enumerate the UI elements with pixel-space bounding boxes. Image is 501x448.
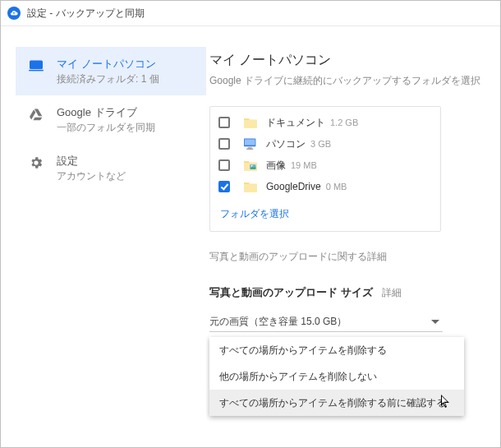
folder-row[interactable]: 画像 19 MB	[210, 155, 440, 176]
svg-point-6	[251, 165, 253, 167]
folder-size: 19 MB	[291, 160, 317, 170]
page-subtitle: Google ドライブに継続的にバックアップするフォルダを選択	[209, 74, 500, 88]
menu-item-remove-everywhere[interactable]: すべての場所からアイテムを削除する	[209, 337, 464, 363]
folder-size: 0 MB	[326, 182, 347, 192]
folder-row[interactable]: ドキュメント 1.2 GB	[210, 112, 440, 133]
folder-row[interactable]: GoogleDrive 0 MB	[210, 176, 440, 197]
folder-row[interactable]: パソコン 3 GB	[210, 133, 440, 155]
svg-rect-0	[30, 61, 42, 68]
menu-item-ask-before-remove[interactable]: すべての場所からアイテムを削除する前に確認する	[209, 390, 464, 416]
folder-size: 3 GB	[310, 139, 331, 149]
sidebar-item-subtitle: アカウントなど	[57, 169, 126, 182]
sidebar-item-title: Google ドライブ	[57, 105, 155, 119]
checkbox[interactable]	[218, 117, 230, 128]
window-title: 設定 - バックアップと同期	[27, 7, 145, 21]
window-body: マイ ノートパソコン 接続済みフォルダ: 1 個 Google ドライブ 一部の…	[16, 47, 500, 447]
gear-icon	[27, 155, 45, 170]
sidebar-item-title: 設定	[57, 154, 126, 168]
folder-name: パソコン	[266, 137, 306, 151]
folder-doc-icon	[241, 115, 260, 130]
folder-pic-icon	[241, 158, 260, 173]
choose-folder-link[interactable]: フォルダを選択	[220, 208, 289, 219]
sidebar: マイ ノートパソコン 接続済みフォルダ: 1 個 Google ドライブ 一部の…	[16, 47, 206, 447]
page-title: マイ ノートパソコン	[209, 52, 500, 69]
checkbox[interactable]	[218, 159, 230, 171]
upload-size-label: 写真と動画のアップロード サイズ	[209, 286, 373, 298]
folder-list: ドキュメント 1.2 GB パソコン 3 GB 画像	[209, 106, 441, 232]
main-panel: マイ ノートパソコン Google ドライブに継続的にバックアップするフォルダを…	[206, 47, 500, 447]
folder-name: 画像	[266, 159, 286, 173]
sidebar-item-title: マイ ノートパソコン	[57, 57, 159, 71]
cloud-app-icon	[7, 7, 21, 20]
folder-size: 1.2 GB	[330, 118, 358, 127]
laptop-icon	[27, 58, 45, 73]
checkbox[interactable]	[218, 181, 230, 192]
svg-rect-3	[248, 147, 252, 149]
quality-dropdown[interactable]: 元の画質（空き容量 15.0 GB）	[209, 312, 443, 332]
sidebar-item-subtitle: 接続済みフォルダ: 1 個	[57, 72, 159, 85]
settings-window: 設定 - バックアップと同期 マイ ノートパソコン 接続済みフォルダ: 1 個 …	[0, 0, 501, 448]
folder-name: ドキュメント	[266, 116, 325, 130]
quality-value: 元の画質（空き容量 15.0 GB）	[209, 315, 347, 329]
svg-rect-2	[245, 139, 255, 145]
sidebar-item-subtitle: 一部のフォルダを同期	[57, 121, 155, 134]
delete-options-menu: すべての場所からアイテムを削除する 他の場所からアイテムを削除しない すべての場…	[209, 337, 464, 416]
main-header: マイ ノートパソコン Google ドライブに継続的にバックアップするフォルダを…	[209, 47, 500, 95]
choose-folder-row: フォルダを選択	[210, 197, 440, 224]
upload-size-heading: 写真と動画のアップロード サイズ 詳細	[209, 285, 500, 300]
sidebar-item-settings[interactable]: 設定 アカウントなど	[16, 144, 206, 192]
drive-icon	[27, 107, 45, 122]
menu-item-dont-remove-elsewhere[interactable]: 他の場所からアイテムを削除しない	[209, 363, 464, 390]
photo-upload-details-link[interactable]: 写真と動画のアップロードに関する詳細	[209, 250, 500, 264]
folder-name: GoogleDrive	[266, 181, 321, 192]
sidebar-item-google-drive[interactable]: Google ドライブ 一部のフォルダを同期	[16, 95, 206, 144]
upload-size-details-link[interactable]: 詳細	[382, 287, 402, 298]
sidebar-item-my-laptop[interactable]: マイ ノートパソコン 接続済みフォルダ: 1 個	[16, 47, 206, 95]
checkbox[interactable]	[218, 138, 230, 150]
svg-rect-4	[246, 149, 253, 150]
folder-icon	[241, 179, 260, 194]
computer-icon	[241, 136, 260, 151]
chevron-down-icon	[431, 320, 439, 324]
title-bar: 設定 - バックアップと同期	[1, 1, 500, 26]
